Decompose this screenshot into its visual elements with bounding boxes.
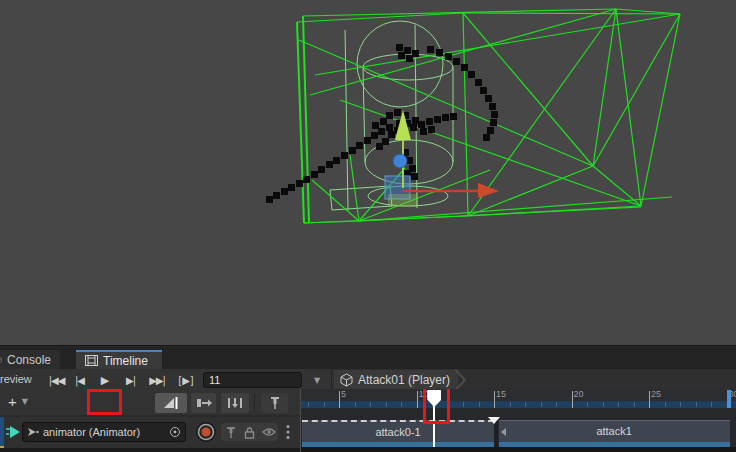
panel-divider[interactable] — [300, 389, 301, 452]
sphere-gizmo — [393, 154, 407, 168]
track-toggle-group — [221, 423, 278, 441]
ruler-minor-tick — [711, 402, 712, 407]
track-lock-button[interactable] — [240, 423, 259, 441]
tab-bar: Console Timeline — [0, 347, 736, 369]
goto-end-button[interactable]: ▶▶| — [145, 370, 169, 390]
record-icon — [197, 423, 215, 441]
record-button[interactable] — [196, 422, 216, 442]
ruler-minor-tick — [401, 402, 402, 407]
ruler-minor-tick — [587, 402, 588, 407]
replace-mode-button[interactable] — [221, 393, 249, 413]
replace-mode-icon — [227, 397, 243, 409]
ruler-minor-tick — [386, 402, 387, 407]
pin-icon — [226, 426, 236, 439]
add-track-button[interactable]: + ▼ — [8, 393, 28, 410]
preview-button[interactable]: review — [0, 373, 32, 385]
animator-object-field[interactable]: animator (Animator) — [22, 422, 186, 442]
track-menu-button[interactable] — [286, 424, 290, 440]
previous-frame-button[interactable]: |◀ — [70, 370, 89, 390]
eye-icon — [262, 427, 276, 437]
play-button-highlight — [87, 389, 122, 415]
ruler-minor-tick — [324, 402, 325, 407]
ruler-major-tick — [417, 391, 418, 408]
ruler-tick-label: 5 — [341, 389, 346, 399]
ruler-minor-tick — [603, 402, 604, 407]
clip-gap — [494, 420, 498, 447]
clip-ease-in-marker — [501, 428, 506, 436]
animation-track-header[interactable]: animator (Animator) — [0, 417, 300, 448]
ripple-mode-button[interactable] — [191, 393, 216, 413]
tab-timeline[interactable]: Timeline — [76, 350, 162, 369]
frame-number-field[interactable]: 11 — [203, 372, 302, 388]
tab-console-label: Console — [7, 353, 51, 367]
ruler-tick-label: 15 — [496, 389, 506, 399]
chevron-down-icon: ▼ — [22, 397, 28, 406]
breadcrumb-chevron-icon — [452, 369, 474, 391]
next-frame-button[interactable]: ▶| — [121, 370, 140, 390]
breadcrumb-bar: Attack01 (Player) — [331, 369, 736, 391]
ruler-minor-tick — [634, 402, 635, 407]
ruler-major-tick — [572, 391, 573, 408]
track-mute-button[interactable] — [259, 423, 278, 441]
ruler-major-tick — [649, 391, 650, 408]
timeline-panel: Console Timeline review |◀◀ |◀ ▶ ▶| ▶▶| — [0, 345, 736, 452]
ruler-minor-tick — [696, 402, 697, 407]
animation-track-icon — [5, 425, 21, 439]
ruler-tick-label: 25 — [651, 389, 661, 399]
clip-blend-marker — [488, 417, 500, 424]
playback-toolbar: review |◀◀ |◀ ▶ ▶| ▶▶| [▶] 11 ▼ Attack01… — [0, 369, 736, 391]
ruler-minor-tick — [680, 402, 681, 407]
mix-mode-button[interactable] — [155, 393, 187, 413]
ruler-minor-tick — [556, 402, 557, 407]
ruler-major-tick — [339, 391, 340, 408]
breadcrumb[interactable]: Attack01 (Player) — [334, 370, 458, 390]
animator-object-label: animator (Animator) — [43, 426, 165, 438]
pin-icon — [269, 396, 281, 410]
timeline-icon — [85, 355, 98, 366]
ruler-major-tick — [494, 391, 495, 408]
ruler-minor-tick — [510, 402, 511, 407]
track-pin-button[interactable] — [221, 423, 240, 441]
scene-render — [0, 0, 736, 345]
cube-icon — [340, 373, 353, 387]
add-icon: + — [8, 393, 17, 410]
ruler-minor-tick — [308, 402, 309, 407]
goto-start-button[interactable]: |◀◀ — [45, 370, 68, 390]
animator-icon — [27, 427, 39, 437]
play-button[interactable]: ▶ — [93, 370, 117, 390]
frame-dropdown-button[interactable]: ▼ — [306, 370, 328, 390]
scene-viewport[interactable] — [0, 0, 736, 345]
playhead-highlight — [423, 389, 450, 424]
ruler-minor-tick — [525, 402, 526, 407]
ruler-tick-label: 20 — [574, 389, 584, 399]
ruler-minor-tick — [541, 402, 542, 407]
timeline-clip-attack1[interactable]: attack1 — [499, 420, 730, 447]
timeline-content[interactable]: 51015202530 attack0-1attack1 — [301, 389, 736, 452]
marker-toggle-button[interactable] — [261, 393, 288, 413]
divider — [254, 393, 255, 413]
track-selection-strip — [0, 417, 4, 448]
timeline-end-marker[interactable] — [727, 390, 731, 408]
clip-lane-footer — [301, 447, 736, 452]
object-picker-icon[interactable] — [169, 426, 181, 438]
mix-mode-icon — [163, 396, 179, 410]
tab-console[interactable]: Console — [0, 350, 60, 369]
ruler-minor-tick — [479, 402, 480, 407]
unity-editor-window: Console Timeline review |◀◀ |◀ ▶ ▶| ▶▶| — [0, 0, 736, 452]
ruler-minor-tick — [665, 402, 666, 407]
ruler-minor-tick — [618, 402, 619, 407]
play-range-button[interactable]: [▶] — [174, 370, 198, 390]
lock-icon — [244, 426, 255, 439]
ruler-minor-tick — [463, 402, 464, 407]
ruler-minor-tick — [370, 402, 371, 407]
ruler-range-band[interactable] — [301, 401, 736, 408]
ruler-minor-tick — [355, 402, 356, 407]
ripple-mode-icon — [196, 397, 212, 409]
breadcrumb-label: Attack01 (Player) — [358, 373, 450, 387]
timeline-clip-attack0-1[interactable]: attack0-1 — [302, 420, 494, 447]
tab-timeline-label: Timeline — [103, 354, 148, 368]
console-icon — [0, 354, 2, 366]
